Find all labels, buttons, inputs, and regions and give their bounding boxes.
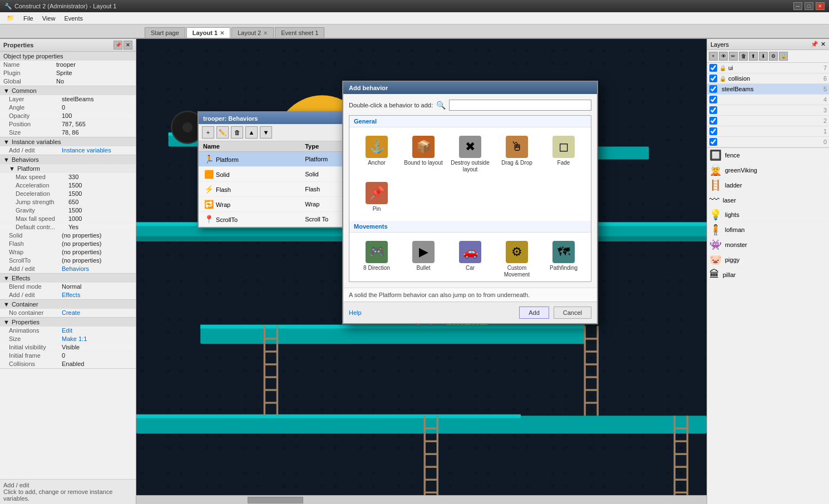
layers-icon1[interactable]: 👁 (719, 52, 728, 61)
file-icon: 📁 (7, 14, 14, 21)
help-link[interactable]: Help (349, 309, 362, 316)
menu-view[interactable]: View (38, 14, 60, 23)
move-down-btn[interactable]: ▼ (260, 126, 272, 139)
max-speed-value: 330 (68, 174, 132, 180)
panel-icon-close[interactable]: ✕ (124, 41, 132, 50)
list-item[interactable]: 🏛 pillar (707, 268, 829, 282)
layers-icon4[interactable]: ⬆ (749, 52, 758, 61)
object-type-header[interactable]: Object type properties (0, 52, 136, 61)
move-up-btn[interactable]: ▲ (245, 126, 258, 139)
layers-icon6[interactable]: ⚙ (769, 52, 778, 61)
common-header[interactable]: ▼ Common (0, 86, 136, 95)
list-item[interactable]: steelBeams 5 (707, 84, 829, 95)
list-item[interactable]: 3 (707, 105, 829, 116)
fade-icon: ◻ (552, 136, 575, 158)
layer-visible-checkbox[interactable] (709, 127, 717, 135)
layer-number: 7 (823, 65, 827, 71)
list-item[interactable]: 1 (707, 126, 829, 137)
minimize-button[interactable]: ─ (793, 2, 802, 10)
container-header[interactable]: ▼ Container (0, 300, 136, 309)
delete-behavior-btn[interactable]: 🗑 (231, 126, 243, 139)
list-item[interactable]: 0 (707, 137, 829, 147)
list-item[interactable]: ⚓ Anchor (354, 132, 399, 177)
list-item[interactable]: 🔒 ui 7 (707, 63, 829, 73)
effects-header[interactable]: ▼ Effects (0, 274, 136, 283)
effects-add-link[interactable]: Effects (62, 291, 80, 298)
add-behavior-dialog[interactable]: Add behavior Double-click a behavior to … (342, 81, 598, 324)
size-prop-link[interactable]: Make 1:1 (62, 335, 87, 342)
list-item[interactable]: 👾 monster (707, 238, 829, 253)
close-icon[interactable]: ✕ (821, 41, 826, 48)
layers-icon5[interactable]: ⬇ (759, 52, 768, 61)
default-contr-row: Default contr... Yes (0, 223, 136, 231)
tab-layout2-close[interactable]: ✕ (263, 30, 268, 36)
create-container-link[interactable]: Create (62, 309, 80, 316)
behavior-search-input[interactable] (449, 100, 591, 111)
movements-behavior-grid: 🎮 8 Direction ▶ Bullet 🚗 Car ⚙ (349, 233, 591, 282)
list-item[interactable]: 🪜 ladder (707, 178, 829, 193)
instance-vars-header[interactable]: ▼ Instance variables (0, 137, 136, 146)
add-behavior-btn[interactable]: + (202, 126, 214, 139)
list-item[interactable]: 〰 laser (707, 193, 829, 207)
list-item[interactable]: 🧍 lofiman (707, 223, 829, 238)
platform-subsection-header[interactable]: ▼ Platform (0, 164, 136, 173)
container-label: Container (12, 301, 38, 308)
layer-visible-checkbox[interactable] (709, 96, 717, 103)
tab-eventsheet1[interactable]: Event sheet 1 (275, 27, 324, 38)
list-item[interactable]: 🔒 collision 6 (707, 73, 829, 84)
horizontal-scrollbar[interactable] (136, 495, 707, 504)
close-button[interactable]: ✕ (816, 2, 825, 10)
container-row: No container Create (0, 309, 136, 317)
prop-name-row: Name trooper (0, 61, 136, 69)
tab-layout1-close[interactable]: ✕ (220, 30, 224, 36)
list-item[interactable]: 🗺 Pathfinding (541, 237, 586, 282)
layer-visible-checkbox[interactable] (709, 106, 717, 114)
layer-visible-checkbox[interactable] (709, 117, 717, 125)
scrollbar-thumb[interactable] (248, 497, 303, 503)
layer-visible-checkbox[interactable] (709, 75, 717, 82)
list-item[interactable]: 2 (707, 116, 829, 126)
list-item[interactable]: 🔲 fence (707, 148, 829, 163)
common-section: ▼ Common Layer steelBeams Angle 0 Opacit… (0, 86, 136, 137)
default-contr-label: Default contr... (16, 224, 68, 230)
tab-start-page[interactable]: Start page (145, 27, 185, 38)
list-item[interactable]: 📌 Pin (354, 178, 399, 216)
list-item[interactable]: 📦 Bound to layout (401, 132, 446, 177)
list-item[interactable]: 🚗 Car (447, 237, 493, 282)
list-item[interactable]: ✖ Destroy outside layout (447, 132, 493, 177)
menu-home[interactable]: File (19, 14, 38, 23)
properties-sub-header[interactable]: ▼ Properties (0, 318, 136, 327)
add-layer-btn[interactable]: + (709, 52, 718, 61)
add-button[interactable]: Add (519, 307, 549, 319)
list-item[interactable]: ⚙ Custom Movement (494, 237, 540, 282)
edit-behavior-btn[interactable]: ✏️ (216, 126, 229, 139)
list-item[interactable]: 4 (707, 95, 829, 105)
layers-icon2[interactable]: ✏ (729, 52, 738, 61)
menu-file[interactable]: 📁 (2, 13, 19, 23)
behaviors-add-link[interactable]: Behaviors (62, 265, 89, 272)
list-item[interactable]: 🖱 Drag & Drop (494, 132, 540, 177)
layer-visible-checkbox[interactable] (709, 64, 717, 72)
behaviors-header[interactable]: ▼ Behaviors (0, 155, 136, 164)
cancel-button[interactable]: Cancel (554, 307, 591, 319)
maximize-button[interactable]: □ (805, 2, 813, 10)
list-item[interactable]: ◻ Fade (541, 132, 586, 177)
list-item[interactable]: 💡 lights (707, 207, 829, 223)
tab-layout1[interactable]: Layout 1 ✕ (186, 27, 230, 38)
list-item[interactable]: ▶ Bullet (401, 237, 446, 282)
monster-icon: 👾 (709, 239, 722, 251)
animations-link[interactable]: Edit (62, 327, 72, 334)
list-item[interactable]: 🎮 8 Direction (354, 237, 399, 282)
ivar-add-link[interactable]: Instance variables (62, 147, 111, 154)
layers-icon7[interactable]: 🔒 (779, 52, 788, 61)
list-item[interactable]: 🐷 piggy (707, 253, 829, 268)
canvas-area[interactable]: trooper: Behaviors ✕ + ✏️ 🗑 ▲ ▼ Name Typ… (136, 39, 707, 504)
layer-visible-checkbox[interactable] (709, 85, 717, 93)
menu-events[interactable]: Events (60, 14, 87, 23)
object-type-label: Object type properties (3, 53, 63, 60)
panel-icon-pin[interactable]: 📌 (114, 41, 122, 50)
layers-icon3[interactable]: 🗑 (739, 52, 748, 61)
tab-layout2[interactable]: Layout 2 ✕ (231, 27, 274, 38)
layer-visible-checkbox[interactable] (709, 138, 717, 146)
list-item[interactable]: 🧝 greenViking (707, 163, 829, 178)
